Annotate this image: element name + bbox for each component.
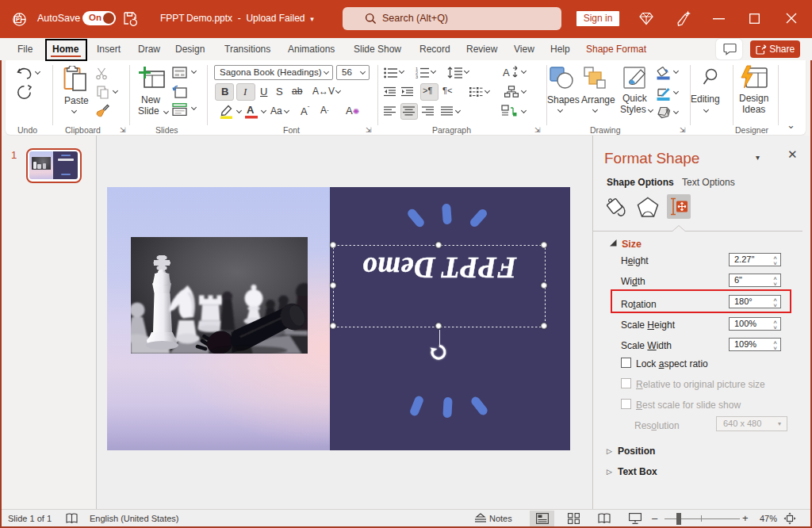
svg-text:A: A (503, 67, 510, 78)
svg-text:P: P (16, 16, 20, 23)
svg-text:3: 3 (416, 75, 418, 78)
